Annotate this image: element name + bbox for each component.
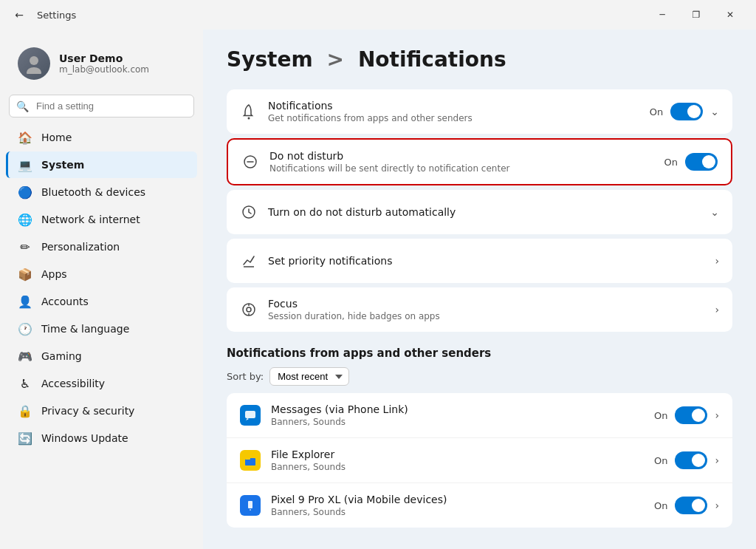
bluetooth-icon: 🔵 xyxy=(18,185,32,200)
search-input[interactable] xyxy=(9,95,194,117)
app-title: Settings xyxy=(37,10,638,21)
personalization-icon: ✏️ xyxy=(18,239,32,254)
priority-chevron[interactable]: › xyxy=(715,255,719,267)
titlebar: ← Settings ─ ❐ ✕ xyxy=(0,0,756,30)
user-profile[interactable]: User Demo m_lab@outlook.com xyxy=(6,38,197,89)
messages-row[interactable]: Messages (via Phone Link) Banners, Sound… xyxy=(227,393,732,437)
priority-text: Set priority notifications xyxy=(268,255,704,267)
pixel-toggle[interactable] xyxy=(675,497,707,514)
back-icon: ← xyxy=(15,9,24,21)
explorer-text: File Explorer Banners, Sounds xyxy=(271,449,644,472)
dnd-icon xyxy=(241,153,259,171)
priority-card: Set priority notifications › xyxy=(227,239,732,283)
notifications-text: Notifications Get notifications from app… xyxy=(268,100,639,123)
sidebar-item-home[interactable]: 🏠 Home xyxy=(6,124,197,151)
priority-title: Set priority notifications xyxy=(268,255,704,267)
sidebar-item-update[interactable]: 🔄 Windows Update xyxy=(6,425,197,451)
sidebar-item-privacy[interactable]: 🔒 Privacy & security xyxy=(6,398,197,424)
focus-row[interactable]: Focus Session duration, hide badges on a… xyxy=(227,287,732,332)
sort-select[interactable]: Most recent Name Frequency xyxy=(269,367,349,386)
explorer-chevron[interactable]: › xyxy=(715,454,719,466)
messages-toggle[interactable] xyxy=(675,406,707,424)
sidebar-item-gaming[interactable]: 🎮 Gaming xyxy=(6,343,197,369)
explorer-status: On xyxy=(654,455,667,466)
page-title: Notifications xyxy=(358,47,506,72)
sidebar-item-accounts[interactable]: 👤 Accounts xyxy=(6,288,197,315)
time-icon: 🕐 xyxy=(18,321,32,336)
apps-section-title: Notifications from apps and other sender… xyxy=(227,347,732,360)
notifications-toggle[interactable] xyxy=(670,103,703,120)
notifications-chevron[interactable]: ⌄ xyxy=(710,106,719,117)
pixel-status: On xyxy=(654,500,667,511)
sidebar-item-label-personalization: Personalization xyxy=(41,241,120,253)
page-header: System > Notifications xyxy=(227,47,732,72)
dnd-toggle[interactable] xyxy=(685,153,718,171)
priority-row[interactable]: Set priority notifications › xyxy=(227,239,732,283)
svg-rect-14 xyxy=(248,501,252,508)
sidebar-item-label-system: System xyxy=(41,159,84,171)
minimize-button[interactable]: ─ xyxy=(645,3,679,27)
sidebar-item-label-update: Windows Update xyxy=(41,432,128,444)
pixel-title: Pixel 9 Pro XL (via Mobile devices) xyxy=(271,494,644,505)
sort-row: Sort by: Most recent Name Frequency xyxy=(227,367,732,386)
priority-right: › xyxy=(715,255,719,267)
sidebar-item-label-home: Home xyxy=(41,132,72,143)
messages-subtitle: Banners, Sounds xyxy=(271,417,644,427)
home-icon: 🏠 xyxy=(18,130,32,145)
window-controls: ─ ❐ ✕ xyxy=(645,3,747,27)
sidebar: User Demo m_lab@outlook.com 🔍 🏠 Home 💻 S… xyxy=(0,30,203,549)
dnd-title: Do not disturb xyxy=(269,150,654,162)
auto-dnd-chevron[interactable]: ⌄ xyxy=(710,206,719,218)
sidebar-item-apps[interactable]: 📦 Apps xyxy=(6,261,197,287)
sidebar-item-system[interactable]: 💻 System xyxy=(6,151,197,178)
back-button[interactable]: ← xyxy=(9,4,30,25)
sidebar-item-network[interactable]: 🌐 Network & internet xyxy=(6,206,197,233)
sidebar-item-bluetooth[interactable]: 🔵 Bluetooth & devices xyxy=(6,179,197,205)
avatar xyxy=(18,47,50,80)
notifications-controls: On ⌄ xyxy=(650,103,719,120)
svg-point-1 xyxy=(27,67,41,74)
messages-text: Messages (via Phone Link) Banners, Sound… xyxy=(271,403,644,427)
focus-title: Focus xyxy=(268,298,704,310)
sidebar-item-label-accounts: Accounts xyxy=(41,296,89,307)
restore-icon: ❐ xyxy=(693,10,701,20)
gaming-icon: 🎮 xyxy=(18,349,32,364)
minimize-icon: ─ xyxy=(659,10,664,20)
messages-title: Messages (via Phone Link) xyxy=(271,403,644,415)
sidebar-item-label-privacy: Privacy & security xyxy=(41,405,134,417)
focus-chevron[interactable]: › xyxy=(715,304,719,316)
user-name: User Demo xyxy=(59,52,149,64)
auto-dnd-right: ⌄ xyxy=(710,206,719,218)
notifications-row[interactable]: Notifications Get notifications from app… xyxy=(227,89,732,134)
sidebar-item-label-gaming: Gaming xyxy=(41,350,82,362)
notifications-icon xyxy=(240,103,258,120)
sort-label: Sort by: xyxy=(227,371,264,382)
svg-point-7 xyxy=(247,307,251,312)
auto-dnd-icon xyxy=(240,203,258,221)
dnd-card: Do not disturb Notifications will be sen… xyxy=(227,138,732,185)
dnd-subtitle: Notifications will be sent directly to n… xyxy=(269,163,654,174)
system-icon: 💻 xyxy=(18,157,32,172)
dnd-status: On xyxy=(664,157,678,168)
svg-rect-12 xyxy=(245,457,250,460)
sidebar-item-label-apps: Apps xyxy=(41,268,67,280)
notifications-title: Notifications xyxy=(268,100,639,112)
explorer-row[interactable]: File Explorer Banners, Sounds On › xyxy=(227,437,732,482)
app-body: User Demo m_lab@outlook.com 🔍 🏠 Home 💻 S… xyxy=(0,30,756,549)
sidebar-item-time[interactable]: 🕐 Time & language xyxy=(6,316,197,342)
accessibility-icon: ♿ xyxy=(18,376,32,391)
auto-dnd-text: Turn on do not disturb automatically xyxy=(268,206,700,218)
messages-icon xyxy=(240,405,261,426)
pixel-chevron[interactable]: › xyxy=(715,499,719,511)
messages-chevron[interactable]: › xyxy=(715,409,719,421)
close-button[interactable]: ✕ xyxy=(713,3,747,27)
explorer-toggle[interactable] xyxy=(675,451,707,469)
auto-dnd-row[interactable]: Turn on do not disturb automatically ⌄ xyxy=(227,190,732,234)
pixel-row[interactable]: Pixel 9 Pro XL (via Mobile devices) Bann… xyxy=(227,482,732,528)
notifications-card: Notifications Get notifications from app… xyxy=(227,89,732,134)
search-box: 🔍 xyxy=(9,95,194,117)
sidebar-item-accessibility[interactable]: ♿ Accessibility xyxy=(6,370,197,397)
dnd-row[interactable]: Do not disturb Notifications will be sen… xyxy=(228,140,731,184)
restore-button[interactable]: ❐ xyxy=(679,3,713,27)
sidebar-item-personalization[interactable]: ✏️ Personalization xyxy=(6,233,197,260)
